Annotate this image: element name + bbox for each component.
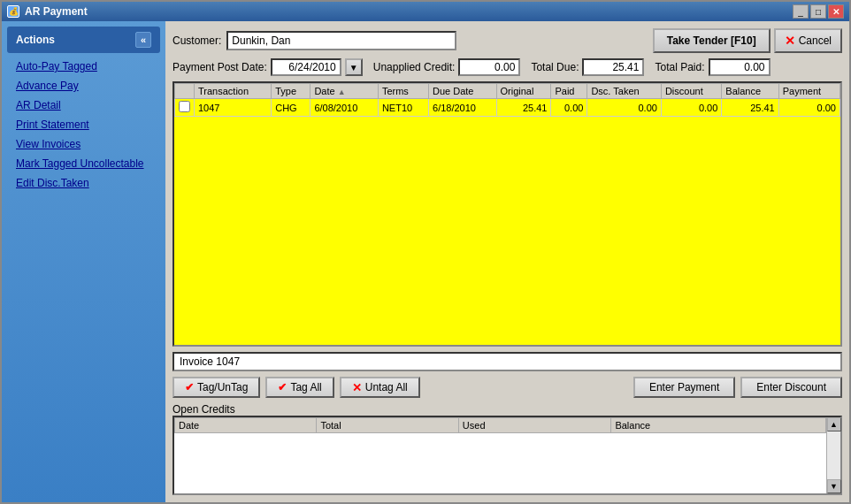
customer-input[interactable] xyxy=(226,31,456,50)
cell-due-date: 6/18/2010 xyxy=(429,99,497,117)
window-title: AR Payment xyxy=(25,5,88,18)
cell-dsc-taken: 0.00 xyxy=(587,99,661,117)
sidebar-item-edit-disc-taken[interactable]: Edit Disc.Taken xyxy=(7,173,160,193)
tag-all-label: Tag All xyxy=(290,381,321,393)
col-payment: Payment xyxy=(778,84,840,99)
col-paid: Paid xyxy=(551,84,587,99)
table-row: 1047 CHG 6/08/2010 NET10 6/18/2010 25.41… xyxy=(175,99,840,117)
untag-all-icon: ✕ xyxy=(352,381,362,394)
cell-discount: 0.00 xyxy=(661,99,721,117)
scroll-track[interactable] xyxy=(827,431,840,479)
row-checkbox[interactable] xyxy=(179,101,190,112)
cancel-button[interactable]: ✕ Cancel xyxy=(774,28,842,53)
enter-payment-button[interactable]: Enter Payment xyxy=(633,377,735,398)
open-credits-section: Open Credits Date Total Used Balance xyxy=(172,403,842,495)
scroll-down-button[interactable]: ▼ xyxy=(827,479,841,493)
row-checkbox-cell[interactable] xyxy=(175,99,195,117)
sidebar: Actions « Auto-Pay Tagged Advance Pay AR… xyxy=(2,21,165,502)
cell-date: 6/08/2010 xyxy=(310,99,379,117)
tag-untag-label: Tag/UnTag xyxy=(197,381,248,393)
open-credits-label: Open Credits xyxy=(172,403,842,416)
untag-all-label: Untag All xyxy=(365,381,408,393)
total-paid-label: Total Paid: xyxy=(655,61,704,73)
take-tender-button[interactable]: Take Tender [F10] xyxy=(653,28,770,53)
total-due-label: Total Due: xyxy=(531,61,579,73)
main-content: Customer: Take Tender [F10] ✕ Cancel Pay… xyxy=(165,21,849,502)
sort-arrow-icon: ▲ xyxy=(338,88,346,96)
col-balance: Balance xyxy=(722,84,778,99)
sidebar-item-advance-pay[interactable]: Advance Pay xyxy=(7,76,160,95)
info-row: Payment Post Date: ▼ Unapplied Credit: T… xyxy=(172,58,842,76)
col-original: Original xyxy=(496,84,551,99)
window-icon: 💰 xyxy=(7,5,19,18)
tag-untag-icon: ✔ xyxy=(185,381,194,393)
title-controls: _ □ ✕ xyxy=(793,4,844,19)
top-row: Customer: Take Tender [F10] ✕ Cancel xyxy=(172,28,842,53)
sidebar-item-view-invoices[interactable]: View Invoices xyxy=(7,134,160,154)
sidebar-item-print-statement[interactable]: Print Statement xyxy=(7,115,160,134)
col-terms: Terms xyxy=(378,84,428,99)
total-paid-input xyxy=(709,58,770,76)
minimize-button[interactable]: _ xyxy=(793,4,809,19)
transactions-table-container: Transaction Type Date ▲ Terms Due Date O… xyxy=(172,81,842,347)
cell-transaction: 1047 xyxy=(195,99,272,117)
credit-col-used: Used xyxy=(458,418,611,433)
sidebar-item-auto-pay-tagged[interactable]: Auto-Pay Tagged xyxy=(7,57,160,76)
col-type: Type xyxy=(272,84,310,99)
open-credits-table-container: Date Total Used Balance ▲ ▼ xyxy=(172,416,842,495)
actions-collapse-button[interactable]: « xyxy=(135,32,151,48)
col-checkbox xyxy=(175,84,195,99)
customer-label: Customer: xyxy=(172,34,221,47)
col-transaction: Transaction xyxy=(195,84,272,99)
col-dsc-taken: Dsc. Taken xyxy=(587,84,661,99)
sidebar-item-mark-tagged-uncollectable[interactable]: Mark Tagged Uncollectable xyxy=(7,154,160,173)
actions-header: Actions « xyxy=(7,27,160,53)
scroll-up-button[interactable]: ▲ xyxy=(827,417,841,431)
cell-payment: 0.00 xyxy=(778,99,840,117)
sidebar-item-ar-detail[interactable]: AR Detail xyxy=(7,95,160,115)
window: 💰 AR Payment _ □ ✕ Actions « Auto-Pay Ta… xyxy=(0,0,851,504)
transactions-table: Transaction Type Date ▲ Terms Due Date O… xyxy=(174,83,840,117)
tag-all-icon: ✔ xyxy=(278,381,287,393)
cell-paid: 0.00 xyxy=(551,99,587,117)
col-due-date: Due Date xyxy=(429,84,497,99)
credits-scrollbar[interactable]: ▲ ▼ xyxy=(826,417,840,493)
date-picker-button[interactable]: ▼ xyxy=(345,58,363,76)
cell-original: 25.41 xyxy=(496,99,551,117)
unapplied-credit-input xyxy=(458,58,520,76)
col-date[interactable]: Date ▲ xyxy=(310,84,379,99)
credit-col-total: Total xyxy=(317,418,458,433)
invoice-label: Invoice 1047 xyxy=(172,352,842,371)
unapplied-credit-label: Unapplied Credit: xyxy=(373,61,456,73)
payment-post-date-input[interactable] xyxy=(271,58,341,76)
cell-type: CHG xyxy=(272,99,310,117)
tag-untag-button[interactable]: ✔ Tag/UnTag xyxy=(172,377,260,398)
tag-all-button[interactable]: ✔ Tag All xyxy=(265,377,334,398)
cancel-x-icon: ✕ xyxy=(785,34,795,48)
actions-label: Actions xyxy=(16,34,55,46)
button-row: ✔ Tag/UnTag ✔ Tag All ✕ Untag All Enter … xyxy=(172,377,842,398)
total-due-input xyxy=(582,58,644,76)
cell-balance: 25.41 xyxy=(722,99,778,117)
cancel-label: Cancel xyxy=(799,34,832,47)
credit-col-date: Date xyxy=(175,418,317,433)
title-bar: 💰 AR Payment _ □ ✕ xyxy=(2,2,849,21)
open-credits-table: Date Total Used Balance xyxy=(174,417,826,433)
enter-discount-button[interactable]: Enter Discount xyxy=(740,377,842,398)
cell-terms: NET10 xyxy=(378,99,428,117)
credit-col-balance: Balance xyxy=(611,418,826,433)
col-discount: Discount xyxy=(661,84,721,99)
maximize-button[interactable]: □ xyxy=(810,4,826,19)
untag-all-button[interactable]: ✕ Untag All xyxy=(340,377,420,398)
payment-post-date-label: Payment Post Date: xyxy=(172,61,267,73)
close-window-button[interactable]: ✕ xyxy=(828,4,844,19)
